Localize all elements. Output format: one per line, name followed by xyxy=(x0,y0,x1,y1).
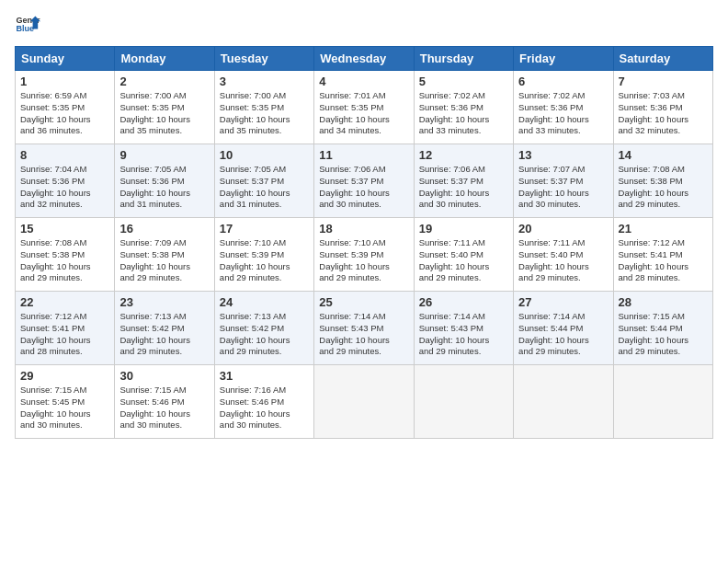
day-number: 22 xyxy=(20,295,109,309)
day-info: Sunrise: 7:10 AM Sunset: 5:39 PM Dayligh… xyxy=(220,237,309,284)
calendar-day: 9Sunrise: 7:05 AM Sunset: 5:36 PM Daylig… xyxy=(115,144,214,218)
calendar-day: 28Sunrise: 7:15 AM Sunset: 5:44 PM Dayli… xyxy=(613,292,712,365)
day-info: Sunrise: 7:02 AM Sunset: 5:36 PM Dayligh… xyxy=(518,90,608,137)
day-number: 10 xyxy=(220,148,309,162)
day-info: Sunrise: 7:08 AM Sunset: 5:38 PM Dayligh… xyxy=(20,237,109,284)
day-info: Sunrise: 7:02 AM Sunset: 5:36 PM Dayligh… xyxy=(419,90,508,137)
day-number: 12 xyxy=(419,148,508,162)
calendar-day: 30Sunrise: 7:15 AM Sunset: 5:46 PM Dayli… xyxy=(115,365,214,439)
calendar-day: 1Sunrise: 6:59 AM Sunset: 5:35 PM Daylig… xyxy=(16,71,115,144)
weekday-header-friday: Friday xyxy=(514,47,613,71)
calendar-day xyxy=(514,365,613,439)
weekday-header-sunday: Sunday xyxy=(16,47,115,71)
day-number: 5 xyxy=(419,75,508,88)
day-info: Sunrise: 6:59 AM Sunset: 5:35 PM Dayligh… xyxy=(20,90,109,137)
weekday-header-tuesday: Tuesday xyxy=(214,47,313,71)
calendar-day: 18Sunrise: 7:10 AM Sunset: 5:39 PM Dayli… xyxy=(314,218,414,292)
day-info: Sunrise: 7:13 AM Sunset: 5:42 PM Dayligh… xyxy=(220,311,309,358)
day-number: 24 xyxy=(220,295,309,309)
calendar-day: 16Sunrise: 7:09 AM Sunset: 5:38 PM Dayli… xyxy=(115,218,214,292)
weekday-header-wednesday: Wednesday xyxy=(314,47,414,71)
day-info: Sunrise: 7:12 AM Sunset: 5:41 PM Dayligh… xyxy=(20,311,109,358)
day-info: Sunrise: 7:13 AM Sunset: 5:42 PM Dayligh… xyxy=(119,311,209,358)
day-number: 1 xyxy=(20,75,109,88)
calendar-table: SundayMondayTuesdayWednesdayThursdayFrid… xyxy=(15,46,713,439)
day-number: 18 xyxy=(319,222,408,236)
day-number: 11 xyxy=(319,148,408,162)
calendar-day: 12Sunrise: 7:06 AM Sunset: 5:37 PM Dayli… xyxy=(414,144,513,218)
day-info: Sunrise: 7:14 AM Sunset: 5:43 PM Dayligh… xyxy=(419,311,508,358)
day-number: 4 xyxy=(319,75,408,88)
day-info: Sunrise: 7:06 AM Sunset: 5:37 PM Dayligh… xyxy=(319,164,408,211)
day-info: Sunrise: 7:01 AM Sunset: 5:35 PM Dayligh… xyxy=(319,90,408,137)
calendar-day: 2Sunrise: 7:00 AM Sunset: 5:35 PM Daylig… xyxy=(115,71,214,144)
day-number: 26 xyxy=(419,295,508,309)
weekday-header-row: SundayMondayTuesdayWednesdayThursdayFrid… xyxy=(16,47,713,71)
day-number: 14 xyxy=(619,148,708,162)
calendar-day: 26Sunrise: 7:14 AM Sunset: 5:43 PM Dayli… xyxy=(414,292,513,365)
calendar-day: 11Sunrise: 7:06 AM Sunset: 5:37 PM Dayli… xyxy=(314,144,414,218)
calendar-day xyxy=(314,365,414,439)
day-info: Sunrise: 7:04 AM Sunset: 5:36 PM Dayligh… xyxy=(20,164,109,211)
weekday-header-saturday: Saturday xyxy=(613,47,712,71)
day-info: Sunrise: 7:08 AM Sunset: 5:38 PM Dayligh… xyxy=(619,164,708,211)
day-number: 29 xyxy=(20,369,109,383)
calendar-day: 10Sunrise: 7:05 AM Sunset: 5:37 PM Dayli… xyxy=(214,144,313,218)
day-number: 30 xyxy=(119,369,209,383)
page-container: General Blue SundayMondayTuesdayWednesda… xyxy=(0,0,728,446)
calendar-week-4: 29Sunrise: 7:15 AM Sunset: 5:45 PM Dayli… xyxy=(16,365,713,439)
day-info: Sunrise: 7:05 AM Sunset: 5:36 PM Dayligh… xyxy=(119,164,209,211)
day-number: 28 xyxy=(619,295,708,309)
calendar-day: 20Sunrise: 7:11 AM Sunset: 5:40 PM Dayli… xyxy=(514,218,613,292)
day-info: Sunrise: 7:12 AM Sunset: 5:41 PM Dayligh… xyxy=(619,237,708,284)
logo-icon: General Blue xyxy=(15,11,40,37)
calendar-day: 23Sunrise: 7:13 AM Sunset: 5:42 PM Dayli… xyxy=(115,292,214,365)
day-number: 19 xyxy=(419,222,508,236)
calendar-day: 17Sunrise: 7:10 AM Sunset: 5:39 PM Dayli… xyxy=(214,218,313,292)
day-number: 25 xyxy=(319,295,408,309)
header: General Blue xyxy=(15,11,713,37)
calendar-day xyxy=(613,365,712,439)
calendar-day: 3Sunrise: 7:00 AM Sunset: 5:35 PM Daylig… xyxy=(214,71,313,144)
day-info: Sunrise: 7:15 AM Sunset: 5:45 PM Dayligh… xyxy=(20,385,109,431)
weekday-header-thursday: Thursday xyxy=(414,47,513,71)
day-number: 6 xyxy=(518,75,608,88)
day-info: Sunrise: 7:16 AM Sunset: 5:46 PM Dayligh… xyxy=(220,385,309,431)
calendar-day: 5Sunrise: 7:02 AM Sunset: 5:36 PM Daylig… xyxy=(414,71,513,144)
day-number: 23 xyxy=(119,295,209,309)
day-number: 13 xyxy=(518,148,608,162)
calendar-day: 22Sunrise: 7:12 AM Sunset: 5:41 PM Dayli… xyxy=(16,292,115,365)
calendar-day: 14Sunrise: 7:08 AM Sunset: 5:38 PM Dayli… xyxy=(613,144,712,218)
calendar-day: 4Sunrise: 7:01 AM Sunset: 5:35 PM Daylig… xyxy=(314,71,414,144)
day-info: Sunrise: 7:11 AM Sunset: 5:40 PM Dayligh… xyxy=(518,237,608,284)
day-number: 21 xyxy=(619,222,708,236)
day-number: 3 xyxy=(220,75,309,88)
calendar-week-1: 8Sunrise: 7:04 AM Sunset: 5:36 PM Daylig… xyxy=(16,144,713,218)
day-info: Sunrise: 7:15 AM Sunset: 5:46 PM Dayligh… xyxy=(119,385,209,431)
day-number: 16 xyxy=(119,222,209,236)
calendar-day: 13Sunrise: 7:07 AM Sunset: 5:37 PM Dayli… xyxy=(514,144,613,218)
calendar-day: 6Sunrise: 7:02 AM Sunset: 5:36 PM Daylig… xyxy=(514,71,613,144)
day-number: 27 xyxy=(518,295,608,309)
day-number: 15 xyxy=(20,222,109,236)
calendar-day: 27Sunrise: 7:14 AM Sunset: 5:44 PM Dayli… xyxy=(514,292,613,365)
day-number: 20 xyxy=(518,222,608,236)
day-info: Sunrise: 7:07 AM Sunset: 5:37 PM Dayligh… xyxy=(518,164,608,211)
day-number: 31 xyxy=(220,369,309,383)
calendar-day: 7Sunrise: 7:03 AM Sunset: 5:36 PM Daylig… xyxy=(613,71,712,144)
day-info: Sunrise: 7:14 AM Sunset: 5:43 PM Dayligh… xyxy=(319,311,408,358)
day-info: Sunrise: 7:10 AM Sunset: 5:39 PM Dayligh… xyxy=(319,237,408,284)
svg-text:Blue: Blue xyxy=(16,24,34,33)
day-number: 8 xyxy=(20,148,109,162)
calendar-day: 25Sunrise: 7:14 AM Sunset: 5:43 PM Dayli… xyxy=(314,292,414,365)
day-number: 2 xyxy=(119,75,209,88)
day-info: Sunrise: 7:00 AM Sunset: 5:35 PM Dayligh… xyxy=(119,90,209,137)
day-number: 17 xyxy=(220,222,309,236)
calendar-day: 8Sunrise: 7:04 AM Sunset: 5:36 PM Daylig… xyxy=(16,144,115,218)
calendar-day: 24Sunrise: 7:13 AM Sunset: 5:42 PM Dayli… xyxy=(214,292,313,365)
day-info: Sunrise: 7:03 AM Sunset: 5:36 PM Dayligh… xyxy=(619,90,708,137)
calendar-day: 21Sunrise: 7:12 AM Sunset: 5:41 PM Dayli… xyxy=(613,218,712,292)
logo: General Blue xyxy=(15,11,42,37)
calendar-day: 31Sunrise: 7:16 AM Sunset: 5:46 PM Dayli… xyxy=(214,365,313,439)
day-info: Sunrise: 7:09 AM Sunset: 5:38 PM Dayligh… xyxy=(119,237,209,284)
